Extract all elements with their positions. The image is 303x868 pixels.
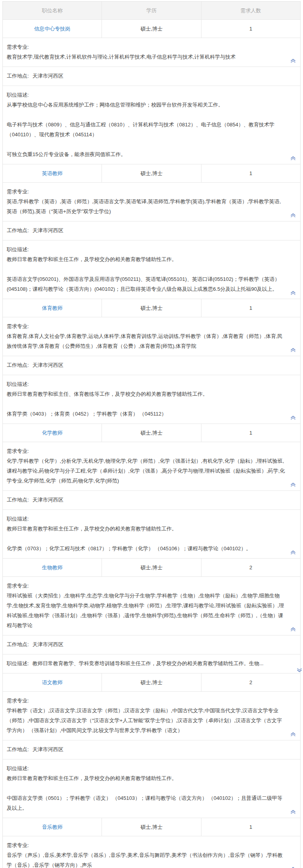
position-name-link[interactable]: 生物教师 (42, 565, 63, 570)
chevron-double-up-icon (290, 549, 296, 555)
description-section: 职位描述:教师日常教育教学和班主任工作，及学校交办的相关教育教学辅助性工作。中国… (3, 759, 300, 818)
description-section: 职位描述:教师日常教育教学、学科竞赛培训辅导和班主任工作，及学校交办的相关教育教… (3, 654, 300, 673)
headcount-cell: 1 (201, 299, 300, 317)
position-row: 音乐教师硕士,博士1 (3, 818, 300, 836)
description-label: 职位描述: (7, 379, 285, 389)
description-paragraph: 从事学校信息中心各应用系统维护工作；网络信息管理和维护；校园平台软件开发等相关工… (7, 100, 285, 110)
location-label: 工作地点: (7, 73, 29, 79)
chevron-double-up-icon (290, 731, 296, 737)
majors-label: 需求专业: (7, 840, 285, 850)
majors-label: 需求专业: (7, 42, 285, 52)
position-name-link[interactable]: 英语教师 (42, 170, 63, 176)
position-name-cell: 化学教师 (3, 424, 102, 442)
majors-text: 英语,学科教学（英语）,英语（师范）,英语语言文学,英语笔译,英语师范,学科教学… (7, 198, 281, 214)
chevron-double-up-icon (290, 290, 296, 296)
collapse-toggle-button[interactable] (290, 346, 297, 353)
chevron-double-up-icon (290, 212, 296, 218)
column-header-headcount: 需求人数 (201, 2, 300, 19)
position-name-cell: 信息中心专技岗 (3, 20, 102, 38)
position-name-link[interactable]: 音乐教师 (42, 824, 63, 830)
column-header-degree: 学历 (102, 2, 201, 19)
collapse-toggle-button[interactable] (290, 549, 297, 556)
collapse-toggle-button[interactable] (290, 155, 297, 162)
headcount-cell: 1 (201, 424, 300, 442)
location-label: 工作地点: (7, 497, 29, 503)
description-text-truncated: 教师日常教育教学、学科竞赛培训辅导和班主任工作，及学校交办的相关教育教学辅助性工… (33, 660, 264, 666)
description-label: 职位描述: (7, 514, 285, 524)
degree-cell: 硕士,博士 (102, 559, 201, 576)
description-section: 职位描述:从事学校信息中心各应用系统维护工作；网络信息管理和维护；校园平台软件开… (3, 86, 300, 164)
majors-section: 需求专业:音乐学（声乐）,音乐,美术学,音乐学（器乐）,音乐学,美术,音乐与舞蹈… (3, 836, 300, 868)
description-section: 职位描述:教师日常教育教学和班主任工作，及学校交办的相关教育教学辅助性工作。化学… (3, 509, 300, 558)
majors-section: 需求专业:学科教学（语文）,汉语言文学,汉语言文学（师范）,汉语言文学（励耘）,… (3, 691, 300, 740)
position-name-cell: 音乐教师 (3, 818, 102, 836)
majors-label: 需求专业: (7, 187, 285, 196)
location-section: 工作地点:天津市河西区 (3, 221, 300, 240)
collapse-toggle-button[interactable] (290, 481, 297, 488)
location-label: 工作地点: (7, 227, 29, 233)
degree-cell: 硕士,博士 (102, 164, 201, 182)
majors-text: 理科试验班（大类招生）,生物科学,生态学,生物化学与分子生物学,学科教学（生物）… (7, 593, 284, 628)
expand-toggle-button[interactable] (290, 660, 297, 668)
majors-label: 需求专业: (7, 321, 285, 331)
position-name-link[interactable]: 化学教师 (42, 430, 63, 436)
majors-section: 需求专业:英语,学科教学（英语）,英语（师范）,英语语言文学,英语笔译,英语师范… (3, 182, 300, 221)
chevron-double-up-icon (290, 414, 296, 421)
position-row: 英语教师硕士,博士1 (3, 164, 300, 182)
headcount-cell: 2 (201, 559, 300, 576)
majors-text: 音乐学（声乐）,音乐,美术学,音乐学（器乐）,音乐学,美术,音乐与舞蹈学,美术学… (7, 852, 283, 868)
collapse-toggle-button[interactable] (290, 414, 297, 421)
position-row: 信息中心专技岗硕士,博士1 (3, 19, 300, 38)
description-section: 职位描述:教师日常教育教学和班主任、体育教练等工作，及学校交办的相关教育教学辅助… (3, 375, 300, 424)
chevron-double-up-icon (290, 347, 296, 353)
table-header-row: 职位名称学历需求人数 (3, 2, 300, 19)
description-label: 职位描述: (7, 244, 285, 254)
position-name-cell: 语文教师 (3, 673, 102, 691)
position-name-link[interactable]: 语文教师 (42, 679, 63, 685)
majors-text: 化学,学科教学（化学）,分析化学,无机化学,物理化学,化学（师范）,化学（强基计… (7, 458, 285, 484)
description-paragraph: 体育学类（0403）；体育类（0452）；学科教学（体育） （045112） (7, 409, 285, 419)
headcount-cell: 1 (201, 818, 300, 836)
collapse-toggle-button[interactable] (290, 865, 297, 868)
collapse-toggle-button[interactable] (290, 731, 297, 738)
majors-text: 学科教学（语文）,汉语言文学,汉语言文学（师范）,汉语言文学（励耘）,中国古代文… (7, 708, 282, 733)
collapse-toggle-button[interactable] (290, 212, 297, 219)
description-paragraph: 化学类（0703）；化学工程与技术（0817）；学科教学（化学） （045106… (7, 544, 285, 553)
location-text: 天津市河西区 (33, 227, 63, 233)
location-section: 工作地点:天津市河西区 (3, 67, 300, 86)
position-row: 体育教师硕士,博士1 (3, 299, 300, 317)
majors-text: 体育教育,体育人文社会学,体育教学,运动人体科学,体育教育训练学,运动训练,学科… (7, 333, 283, 349)
location-text: 天津市河西区 (33, 73, 63, 79)
location-section: 工作地点:天津市河西区 (3, 356, 300, 375)
description-paragraph: 教师日常教育教学和班主任、体育教练等工作，及学校交办的相关教育教学辅助性工作。 (7, 389, 285, 399)
position-name-cell: 英语教师 (3, 164, 102, 182)
position-row: 生物教师硕士,博士2 (3, 558, 300, 576)
description-paragraph: 教师日常教育教学和班主任工作，及学校交办的相关教育教学辅助性工作。 (7, 524, 285, 534)
degree-cell: 硕士,博士 (102, 424, 201, 442)
description-section: 职位描述:教师日常教育教学和班主任工作，及学校交办的相关教育教学辅助性工作。英语… (3, 240, 300, 299)
chevron-double-up-icon (290, 626, 296, 632)
collapse-toggle-button[interactable] (290, 289, 297, 296)
position-name-link[interactable]: 体育教师 (42, 305, 63, 311)
chevron-double-up-icon (290, 809, 296, 815)
majors-section: 需求专业:教育技术学,现代教育技术,计算机软件与理论,计算机科学技术,电子信息科… (3, 38, 300, 67)
collapse-toggle-button[interactable] (290, 626, 297, 633)
description-paragraph: 电子科学与技术（0809）、信息与通信工程（0810）、计算机科学与技术（081… (7, 120, 285, 139)
description-label: 职位描述: (7, 763, 285, 773)
description-paragraph: 英语语言文学(050201)、外国语言学及应用语言学(050211)、英语笔译(… (7, 274, 285, 294)
position-name-link[interactable]: 信息中心专技岗 (34, 26, 70, 32)
collapse-toggle-button[interactable] (290, 57, 297, 64)
location-section: 工作地点:天津市河西区 (3, 740, 300, 759)
chevron-double-up-icon (290, 481, 296, 488)
collapse-toggle-button[interactable] (290, 808, 297, 815)
job-positions-table: 职位名称学历需求人数信息中心专技岗硕士,博士1需求专业:教育技术学,现代教育技术… (2, 1, 301, 868)
location-text: 天津市河西区 (33, 362, 63, 368)
column-header-position-name: 职位名称 (3, 2, 102, 19)
location-text: 天津市河西区 (33, 746, 63, 752)
degree-cell: 硕士,博士 (102, 818, 201, 836)
degree-cell: 硕士,博士 (102, 673, 201, 691)
headcount-cell: 1 (201, 20, 300, 38)
headcount-cell: 1 (201, 164, 300, 182)
position-row: 化学教师硕士,博士1 (3, 424, 300, 442)
chevron-double-down-icon (290, 661, 296, 667)
